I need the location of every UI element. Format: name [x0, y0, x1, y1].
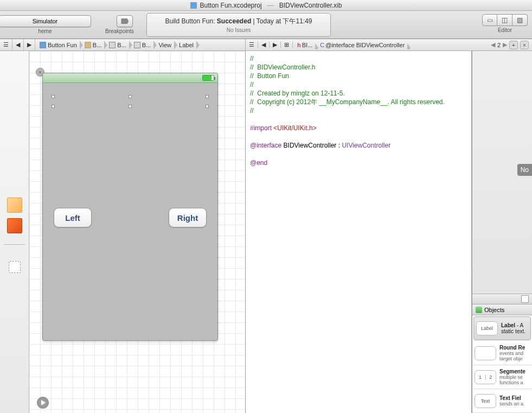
title-file: BIDViewController.xib [279, 2, 342, 9]
forward-button-2[interactable]: ▶ [270, 41, 281, 48]
counter-fwd[interactable]: ▶ [503, 41, 507, 48]
assistant-editor-icon[interactable]: ◫ [497, 14, 512, 26]
library-item-segmented[interactable]: 12 Segmentemultiple se functions a [472, 365, 532, 389]
title-project: Button Fun.xcodeproj [200, 2, 262, 9]
breakpoints-label: Breakpoints [105, 28, 134, 34]
objects-library-header[interactable]: Objects [472, 304, 532, 315]
xib-icon [134, 42, 140, 48]
jump-bar: ☰ ◀ ▶ Button Fun B... B... B... View Lab… [0, 39, 532, 51]
selection-handle[interactable] [129, 105, 132, 108]
inspector-area: No [472, 51, 532, 294]
back-button-2[interactable]: ◀ [258, 41, 270, 48]
editor-mode-segmented[interactable]: ▭ ◫ ▧ [482, 14, 528, 26]
breakpoints-button[interactable] [117, 15, 133, 27]
counter-back[interactable]: ◀ [491, 41, 495, 48]
close-assistant-button[interactable]: × [520, 41, 529, 49]
library-item-button[interactable]: Round Reevents and target obje [472, 341, 532, 365]
objects-icon [476, 307, 482, 313]
left-button[interactable]: Left [54, 208, 92, 227]
ib-canvas[interactable]: × Left Right [29, 51, 245, 413]
simulate-button[interactable] [37, 397, 49, 409]
scheme-selector[interactable]: Simulator [0, 15, 91, 27]
scheme-label: heme [38, 28, 52, 34]
folder-icon [85, 42, 91, 48]
selection-handle[interactable] [52, 105, 55, 108]
label-thumb: Label [476, 321, 498, 335]
dock-divider [4, 244, 25, 245]
related-items-menu[interactable]: ☰ [0, 39, 12, 50]
activity-sep: | [251, 17, 257, 25]
library-tab-bar[interactable] [472, 294, 532, 304]
library-item-textfield[interactable]: Text Text Fielsends an a [472, 389, 532, 413]
activity-issues: No Issues [227, 27, 251, 33]
placeholder-files-owner-icon[interactable] [7, 198, 22, 213]
toolbar: Simulator heme Breakpoints Build Button … [0, 11, 532, 39]
selection-handle[interactable] [52, 95, 55, 98]
file-template-icon[interactable] [521, 295, 529, 303]
add-assistant-button[interactable]: + [509, 41, 518, 49]
forward-button[interactable]: ▶ [24, 39, 35, 50]
activity-status: Succeeded [217, 17, 251, 25]
xib-icon [109, 42, 116, 48]
no-selection-badge: No [517, 164, 532, 176]
selection-handle[interactable] [206, 95, 209, 98]
project-icon [40, 42, 46, 48]
version-editor-icon[interactable]: ▧ [512, 14, 528, 26]
objects-library[interactable]: Label Label - A static text. Round Reeve… [472, 315, 532, 413]
battery-icon [202, 75, 214, 81]
jump-path[interactable]: Button Fun B... B... B... View Label [35, 39, 197, 50]
project-icon [190, 2, 197, 9]
main-area: × Left Right // // [0, 51, 532, 413]
selection-handle[interactable] [129, 95, 132, 98]
header-icon: h [297, 42, 301, 48]
interface-builder-pane: × Left Right [0, 51, 246, 413]
view-object-icon[interactable] [9, 261, 21, 273]
standard-editor-icon[interactable]: ▭ [482, 14, 497, 26]
segmented-thumb: 12 [475, 370, 496, 384]
ib-dock [0, 51, 29, 413]
textfield-thumb: Text [475, 394, 496, 408]
status-bar [43, 73, 217, 83]
activity-viewer: Build Button Fun: Succeeded | Today at 下… [146, 13, 331, 37]
class-icon: C [320, 42, 324, 48]
window-titlebar: Button Fun.xcodeproj — BIDViewController… [0, 0, 532, 11]
right-button[interactable]: Right [169, 208, 207, 227]
iphone-view[interactable]: Left Right [42, 73, 218, 341]
related-items-menu-2[interactable]: ☰ [246, 41, 258, 48]
counterparts-icon[interactable]: ⊞ [281, 41, 293, 48]
utilities-pane: No Objects Label Label - A static text. … [472, 51, 532, 413]
title-separator: — [267, 2, 274, 9]
activity-time: Today at 下午11:49 [257, 17, 312, 25]
library-item-label[interactable]: Label Label - A static text. [473, 316, 531, 340]
button-thumb [475, 346, 496, 360]
jump-path-2[interactable]: hBI... C@interface BIDViewController [293, 42, 408, 48]
counter-num: 2 [497, 42, 501, 48]
editor-label: Editor [498, 27, 512, 33]
root-view[interactable]: Left Right [43, 83, 217, 340]
placeholder-first-responder-icon[interactable] [7, 218, 22, 233]
back-button[interactable]: ◀ [12, 39, 24, 50]
breakpoint-icon [121, 18, 129, 24]
activity-prefix: Build Button Fun: [165, 17, 216, 25]
selection-handle[interactable] [206, 105, 209, 108]
source-editor[interactable]: // // BIDViewController.h // Button Fun … [246, 51, 472, 413]
